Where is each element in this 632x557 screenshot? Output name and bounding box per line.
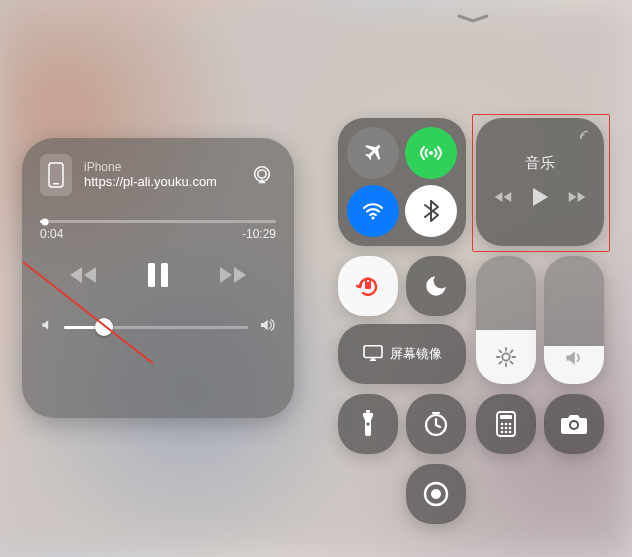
rewind-button[interactable]	[68, 264, 98, 286]
screen-mirroring-icon	[362, 344, 384, 365]
svg-point-8	[580, 137, 582, 139]
svg-point-24	[505, 431, 508, 434]
music-play-button[interactable]	[531, 187, 549, 211]
music-tile[interactable]: 音乐	[476, 118, 604, 246]
device-label: iPhone	[84, 161, 236, 174]
airplane-mode-button[interactable]	[347, 127, 399, 179]
remaining-time: -10:29	[242, 227, 276, 241]
elapsed-time: 0:04	[40, 227, 63, 241]
device-thumbnail	[40, 154, 72, 196]
svg-point-17	[501, 423, 504, 426]
svg-point-18	[505, 423, 508, 426]
svg-rect-5	[161, 263, 168, 287]
svg-rect-9	[365, 282, 371, 289]
music-rewind-button[interactable]	[493, 190, 513, 208]
scrubber[interactable]: 0:04 -10:29	[40, 220, 276, 241]
svg-point-22	[509, 427, 512, 430]
brightness-slider[interactable]	[476, 256, 536, 384]
svg-rect-16	[500, 415, 512, 419]
flashlight-button[interactable]	[338, 394, 398, 454]
svg-point-20	[501, 427, 504, 430]
grabber-icon[interactable]	[455, 12, 491, 24]
svg-point-27	[571, 422, 577, 428]
volume-low-icon	[40, 318, 54, 336]
do-not-disturb-button[interactable]	[406, 256, 466, 316]
svg-point-19	[509, 423, 512, 426]
music-tile-title: 音乐	[525, 154, 555, 173]
cellular-data-button[interactable]	[405, 127, 457, 179]
control-center: 音乐 屏幕镜像	[328, 0, 618, 557]
volume-slider-tile[interactable]	[544, 256, 604, 384]
media-expanded-panel: iPhone https://pl-ali.youku.com 0:04 -10…	[22, 138, 294, 418]
music-forward-button[interactable]	[567, 190, 587, 208]
svg-point-23	[501, 431, 504, 434]
calculator-button[interactable]	[476, 394, 536, 454]
bluetooth-button[interactable]	[405, 185, 457, 237]
volume-high-icon	[258, 317, 276, 337]
svg-point-3	[258, 170, 266, 178]
camera-button[interactable]	[544, 394, 604, 454]
svg-rect-4	[148, 263, 155, 287]
pause-button[interactable]	[145, 261, 171, 289]
svg-point-29	[431, 489, 441, 499]
svg-rect-1	[53, 183, 59, 185]
svg-rect-10	[364, 345, 382, 357]
cast-icon	[578, 126, 594, 146]
forward-button[interactable]	[218, 264, 248, 286]
airplay-button[interactable]	[248, 161, 276, 189]
brightness-icon	[495, 346, 517, 372]
svg-point-11	[502, 353, 509, 360]
svg-point-6	[429, 151, 433, 155]
screen-mirroring-button[interactable]: 屏幕镜像	[338, 324, 466, 384]
svg-point-13	[367, 423, 370, 426]
screen-mirroring-label: 屏幕镜像	[390, 345, 442, 363]
svg-point-21	[505, 427, 508, 430]
orientation-lock-button[interactable]	[338, 256, 398, 316]
screen-record-button[interactable]	[406, 464, 466, 524]
svg-rect-12	[366, 410, 370, 413]
wifi-button[interactable]	[347, 185, 399, 237]
timer-button[interactable]	[406, 394, 466, 454]
connectivity-tile[interactable]	[338, 118, 466, 246]
svg-point-25	[509, 431, 512, 434]
svg-point-7	[371, 216, 374, 219]
now-playing-url: https://pl-ali.youku.com	[84, 174, 236, 189]
volume-icon	[563, 348, 585, 372]
volume-slider[interactable]	[64, 326, 248, 329]
